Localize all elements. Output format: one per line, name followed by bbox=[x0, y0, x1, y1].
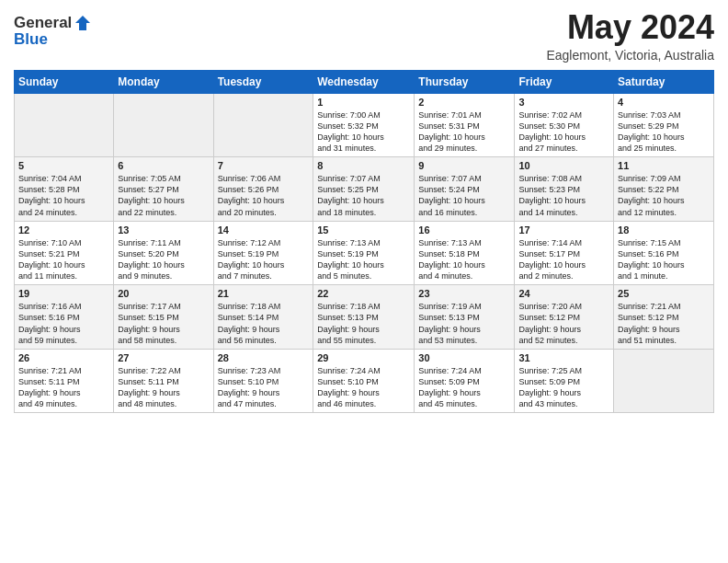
calendar-cell: 2Sunrise: 7:01 AM Sunset: 5:31 PM Daylig… bbox=[415, 93, 515, 157]
calendar-cell bbox=[213, 93, 313, 157]
page: General Blue May 2024 Eaglemont, Victori… bbox=[0, 0, 728, 427]
calendar-cell: 10Sunrise: 7:08 AM Sunset: 5:23 PM Dayli… bbox=[515, 157, 614, 222]
day-number: 3 bbox=[518, 97, 609, 108]
weekday-header-saturday: Saturday bbox=[614, 70, 714, 93]
weekday-header-tuesday: Tuesday bbox=[213, 70, 313, 93]
day-number: 19 bbox=[18, 288, 109, 299]
day-info: Sunrise: 7:23 AM Sunset: 5:10 PM Dayligh… bbox=[218, 365, 310, 410]
calendar-cell: 31Sunrise: 7:25 AM Sunset: 5:09 PM Dayli… bbox=[515, 349, 614, 413]
day-number: 20 bbox=[118, 288, 209, 299]
calendar-cell: 11Sunrise: 7:09 AM Sunset: 5:22 PM Dayli… bbox=[614, 157, 714, 222]
calendar-cell: 3Sunrise: 7:02 AM Sunset: 5:30 PM Daylig… bbox=[515, 93, 614, 157]
day-number: 4 bbox=[618, 97, 710, 108]
day-info: Sunrise: 7:13 AM Sunset: 5:19 PM Dayligh… bbox=[317, 237, 410, 282]
day-number: 21 bbox=[218, 288, 310, 299]
day-number: 27 bbox=[118, 352, 209, 363]
calendar-cell: 28Sunrise: 7:23 AM Sunset: 5:10 PM Dayli… bbox=[213, 349, 313, 413]
day-info: Sunrise: 7:21 AM Sunset: 5:11 PM Dayligh… bbox=[18, 365, 109, 410]
title-block: May 2024 Eaglemont, Victoria, Australia bbox=[546, 9, 714, 63]
day-number: 2 bbox=[418, 97, 510, 108]
day-number: 16 bbox=[418, 224, 510, 236]
calendar-cell: 24Sunrise: 7:20 AM Sunset: 5:12 PM Dayli… bbox=[515, 285, 614, 350]
day-number: 26 bbox=[18, 352, 109, 363]
day-info: Sunrise: 7:18 AM Sunset: 5:13 PM Dayligh… bbox=[317, 301, 410, 346]
day-number: 13 bbox=[118, 224, 209, 236]
day-number: 28 bbox=[218, 352, 310, 363]
calendar-cell: 5Sunrise: 7:04 AM Sunset: 5:28 PM Daylig… bbox=[15, 157, 114, 222]
day-number: 31 bbox=[518, 352, 609, 363]
day-number: 17 bbox=[518, 224, 609, 236]
weekday-header-friday: Friday bbox=[515, 70, 614, 93]
day-info: Sunrise: 7:18 AM Sunset: 5:14 PM Dayligh… bbox=[218, 301, 310, 346]
calendar-cell: 27Sunrise: 7:22 AM Sunset: 5:11 PM Dayli… bbox=[114, 349, 213, 413]
day-info: Sunrise: 7:02 AM Sunset: 5:30 PM Dayligh… bbox=[518, 109, 609, 155]
calendar-cell: 16Sunrise: 7:13 AM Sunset: 5:18 PM Dayli… bbox=[415, 221, 515, 285]
day-info: Sunrise: 7:05 AM Sunset: 5:27 PM Dayligh… bbox=[118, 173, 209, 218]
day-number: 22 bbox=[317, 288, 410, 299]
day-info: Sunrise: 7:25 AM Sunset: 5:09 PM Dayligh… bbox=[518, 365, 609, 410]
week-row-1: 1Sunrise: 7:00 AM Sunset: 5:32 PM Daylig… bbox=[15, 93, 714, 157]
day-info: Sunrise: 7:12 AM Sunset: 5:19 PM Dayligh… bbox=[218, 237, 310, 282]
day-number: 8 bbox=[317, 160, 410, 171]
day-number: 9 bbox=[418, 160, 510, 171]
calendar-cell: 29Sunrise: 7:24 AM Sunset: 5:10 PM Dayli… bbox=[313, 349, 415, 413]
calendar-cell: 23Sunrise: 7:19 AM Sunset: 5:13 PM Dayli… bbox=[415, 285, 515, 350]
day-info: Sunrise: 7:13 AM Sunset: 5:18 PM Dayligh… bbox=[418, 237, 510, 282]
calendar-table: SundayMondayTuesdayWednesdayThursdayFrid… bbox=[14, 70, 714, 414]
day-number: 15 bbox=[317, 224, 410, 236]
calendar-cell: 22Sunrise: 7:18 AM Sunset: 5:13 PM Dayli… bbox=[313, 285, 415, 350]
day-info: Sunrise: 7:01 AM Sunset: 5:31 PM Dayligh… bbox=[418, 109, 510, 155]
calendar-cell: 26Sunrise: 7:21 AM Sunset: 5:11 PM Dayli… bbox=[15, 349, 114, 413]
day-number: 30 bbox=[418, 352, 510, 363]
day-number: 18 bbox=[618, 224, 710, 236]
day-info: Sunrise: 7:24 AM Sunset: 5:10 PM Dayligh… bbox=[317, 365, 410, 410]
weekday-header-thursday: Thursday bbox=[415, 70, 515, 93]
calendar-cell bbox=[614, 349, 714, 413]
day-number: 1 bbox=[317, 97, 410, 108]
month-year-title: May 2024 bbox=[546, 9, 714, 46]
week-row-3: 12Sunrise: 7:10 AM Sunset: 5:21 PM Dayli… bbox=[15, 221, 714, 285]
day-info: Sunrise: 7:06 AM Sunset: 5:26 PM Dayligh… bbox=[218, 173, 310, 218]
calendar-cell bbox=[114, 93, 213, 157]
day-info: Sunrise: 7:14 AM Sunset: 5:17 PM Dayligh… bbox=[518, 237, 609, 282]
day-info: Sunrise: 7:00 AM Sunset: 5:32 PM Dayligh… bbox=[317, 109, 410, 155]
calendar-cell: 19Sunrise: 7:16 AM Sunset: 5:16 PM Dayli… bbox=[15, 285, 114, 350]
day-info: Sunrise: 7:03 AM Sunset: 5:29 PM Dayligh… bbox=[618, 109, 710, 155]
logo: General Blue bbox=[14, 14, 92, 49]
day-info: Sunrise: 7:19 AM Sunset: 5:13 PM Dayligh… bbox=[418, 301, 510, 346]
day-info: Sunrise: 7:15 AM Sunset: 5:16 PM Dayligh… bbox=[618, 237, 710, 282]
logo-icon bbox=[74, 14, 92, 32]
day-info: Sunrise: 7:07 AM Sunset: 5:24 PM Dayligh… bbox=[418, 173, 510, 218]
header: General Blue May 2024 Eaglemont, Victori… bbox=[14, 9, 714, 63]
day-info: Sunrise: 7:08 AM Sunset: 5:23 PM Dayligh… bbox=[518, 173, 609, 218]
week-row-4: 19Sunrise: 7:16 AM Sunset: 5:16 PM Dayli… bbox=[15, 285, 714, 350]
day-number: 5 bbox=[18, 160, 109, 171]
day-info: Sunrise: 7:22 AM Sunset: 5:11 PM Dayligh… bbox=[118, 365, 209, 410]
calendar-cell: 17Sunrise: 7:14 AM Sunset: 5:17 PM Dayli… bbox=[515, 221, 614, 285]
day-info: Sunrise: 7:17 AM Sunset: 5:15 PM Dayligh… bbox=[118, 301, 209, 346]
day-number: 10 bbox=[518, 160, 609, 171]
weekday-header-sunday: Sunday bbox=[15, 70, 114, 93]
day-number: 7 bbox=[218, 160, 310, 171]
calendar-cell: 13Sunrise: 7:11 AM Sunset: 5:20 PM Dayli… bbox=[114, 221, 213, 285]
day-number: 11 bbox=[618, 160, 710, 171]
day-info: Sunrise: 7:07 AM Sunset: 5:25 PM Dayligh… bbox=[317, 173, 410, 218]
calendar-cell: 21Sunrise: 7:18 AM Sunset: 5:14 PM Dayli… bbox=[213, 285, 313, 350]
day-number: 23 bbox=[418, 288, 510, 299]
day-number: 25 bbox=[618, 288, 710, 299]
day-info: Sunrise: 7:09 AM Sunset: 5:22 PM Dayligh… bbox=[618, 173, 710, 218]
calendar-cell: 7Sunrise: 7:06 AM Sunset: 5:26 PM Daylig… bbox=[213, 157, 313, 222]
logo-blue-text: Blue bbox=[14, 30, 92, 49]
calendar-cell: 6Sunrise: 7:05 AM Sunset: 5:27 PM Daylig… bbox=[114, 157, 213, 222]
calendar-cell: 1Sunrise: 7:00 AM Sunset: 5:32 PM Daylig… bbox=[313, 93, 415, 157]
day-info: Sunrise: 7:10 AM Sunset: 5:21 PM Dayligh… bbox=[18, 237, 109, 282]
day-info: Sunrise: 7:16 AM Sunset: 5:16 PM Dayligh… bbox=[18, 301, 109, 346]
day-info: Sunrise: 7:11 AM Sunset: 5:20 PM Dayligh… bbox=[118, 237, 209, 282]
calendar-cell: 8Sunrise: 7:07 AM Sunset: 5:25 PM Daylig… bbox=[313, 157, 415, 222]
calendar-cell: 15Sunrise: 7:13 AM Sunset: 5:19 PM Dayli… bbox=[313, 221, 415, 285]
calendar-cell: 4Sunrise: 7:03 AM Sunset: 5:29 PM Daylig… bbox=[614, 93, 714, 157]
day-number: 6 bbox=[118, 160, 209, 171]
day-number: 12 bbox=[18, 224, 109, 236]
day-info: Sunrise: 7:04 AM Sunset: 5:28 PM Dayligh… bbox=[18, 173, 109, 218]
weekday-header-row: SundayMondayTuesdayWednesdayThursdayFrid… bbox=[15, 70, 714, 93]
